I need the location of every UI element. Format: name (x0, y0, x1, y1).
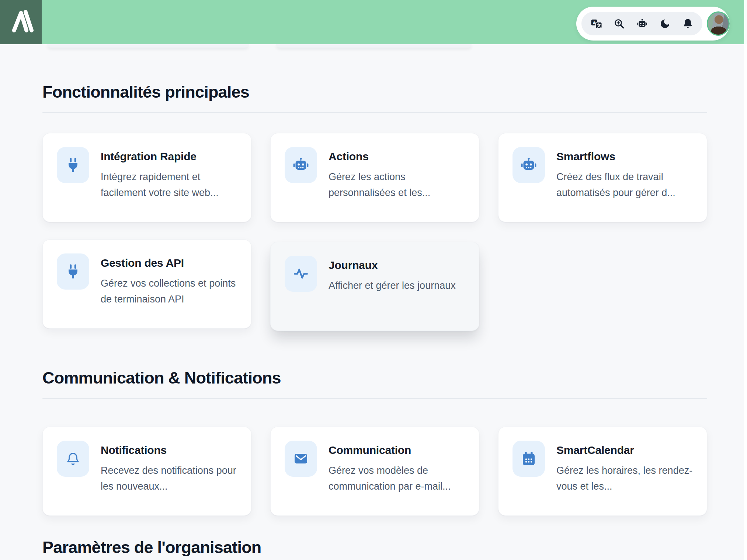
partial-card-remnant (276, 44, 472, 48)
topbar-icon-pill: A (581, 12, 702, 35)
section-divider (42, 398, 707, 399)
app-logo[interactable] (0, 0, 42, 44)
card-description: Créez des flux de travail automatisés po… (556, 169, 694, 201)
robot-icon (513, 147, 545, 183)
logo-mark-icon (7, 7, 35, 37)
card-description: Gérez les actions personnalisées et les.… (329, 169, 466, 201)
bell-outline-icon (57, 441, 89, 477)
card-title: Gestion des API (101, 256, 239, 270)
card-integration-rapide[interactable]: Intégration Rapide Intégrez rapidement e… (42, 133, 251, 222)
card-description: Gérez les horaires, les rendez-vous et l… (556, 463, 694, 494)
card-title: Intégration Rapide (101, 150, 239, 163)
svg-text:A: A (593, 20, 595, 25)
card-description: Gérez vos modèles de communication par e… (329, 463, 466, 494)
section-title-parametres: Paramètres de l'organisation (42, 537, 707, 558)
card-smartcalendar[interactable]: SmartCalendar Gérez les horaires, les re… (498, 427, 707, 516)
section-title-communication: Communication & Notifications (42, 368, 707, 388)
scrollbar-track[interactable] (744, 0, 747, 560)
card-smartflows[interactable]: Smartflows Créez des flux de travail aut… (498, 133, 707, 222)
card-title: Communication (329, 444, 466, 457)
mail-icon (285, 441, 317, 477)
card-description: Gérez vos collections et points de termi… (101, 276, 239, 307)
card-gestion-des-api[interactable]: Gestion des API Gérez vos collections et… (42, 239, 251, 329)
section-title-fonctionnalites: Fonctionnalités principales (42, 82, 707, 102)
robot-assistant-icon[interactable] (636, 18, 648, 29)
zoom-in-icon[interactable] (613, 18, 625, 29)
card-description: Recevez des notifications pour les nouve… (101, 463, 239, 494)
features-grid: Intégration Rapide Intégrez rapidement e… (42, 133, 707, 329)
card-journaux[interactable]: Journaux Afficher et gérer les journaux (270, 242, 479, 331)
section-divider (42, 112, 707, 113)
card-title: Journaux (329, 259, 456, 272)
topbar-actions: A (576, 7, 730, 41)
card-title: Notifications (101, 444, 239, 457)
calendar-icon (513, 441, 545, 477)
card-description: Intégrez rapidement et facilement votre … (101, 169, 239, 201)
card-actions[interactable]: Actions Gérez les actions personnalisées… (270, 133, 479, 222)
robot-icon (285, 147, 317, 183)
card-notifications[interactable]: Notifications Recevez des notifications … (42, 427, 251, 516)
card-title: Actions (329, 150, 466, 163)
dark-mode-moon-icon[interactable] (659, 18, 671, 29)
communication-grid: Notifications Recevez des notifications … (42, 427, 707, 516)
main-content: Fonctionnalités principales Intégration … (42, 0, 707, 558)
translate-icon[interactable]: A (590, 18, 602, 29)
card-communication[interactable]: Communication Gérez vos modèles de commu… (270, 427, 479, 516)
user-avatar[interactable] (707, 11, 730, 36)
plug-icon (57, 147, 89, 183)
card-description: Afficher et gérer les journaux (329, 278, 456, 294)
partial-card-remnant (47, 44, 249, 48)
app-header: A (0, 0, 747, 44)
card-title: Smartflows (556, 150, 694, 163)
card-title: SmartCalendar (556, 444, 694, 457)
plug-icon (57, 253, 89, 290)
activity-icon (285, 256, 317, 292)
notifications-bell-icon[interactable] (682, 18, 694, 29)
